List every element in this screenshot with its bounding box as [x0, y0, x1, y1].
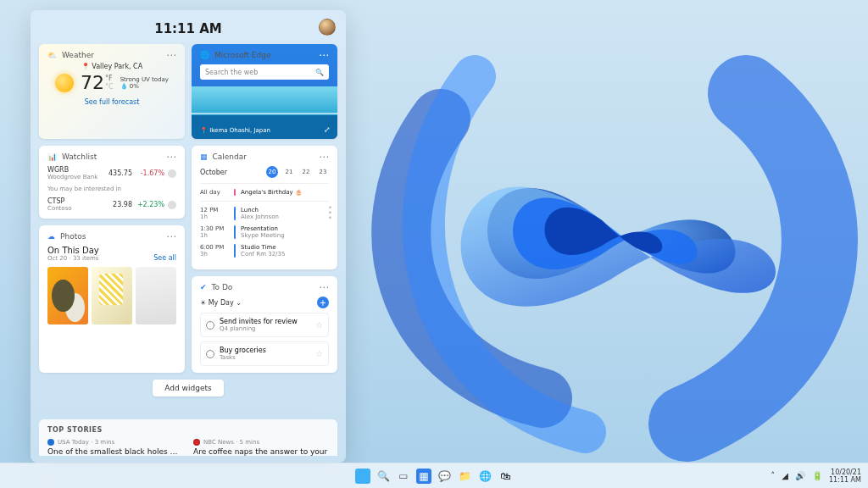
search-placeholder: Search the web — [205, 69, 258, 76]
calendar-event[interactable]: All day Angela's Birthday 🎂 — [200, 189, 329, 196]
battery-icon[interactable]: 🔋 — [812, 471, 822, 480]
checkbox[interactable] — [206, 321, 214, 330]
search-button[interactable]: 🔍 — [376, 469, 391, 484]
user-avatar[interactable] — [319, 19, 336, 36]
sun-icon — [55, 74, 74, 92]
todo-item[interactable]: Buy groceriesTasks ☆ — [200, 341, 329, 366]
todo-list-name[interactable]: My Day — [209, 299, 234, 307]
calendar-icon: ▦ — [200, 152, 208, 161]
photo-thumb[interactable] — [47, 267, 88, 324]
weather-note: Strong UV today — [120, 76, 169, 83]
watchlist-row[interactable]: CTSPContoso 23.98 +2.23% — [47, 197, 176, 212]
forecast-link[interactable]: See full forecast — [47, 98, 176, 106]
edge-icon: 🌐 — [200, 51, 209, 59]
watchlist-title: Watchlist — [62, 152, 97, 161]
photo-thumb[interactable] — [92, 267, 132, 324]
wifi-icon[interactable]: ◢ — [782, 471, 788, 480]
taskbar-clock[interactable]: 10/20/2111:11 AM — [829, 469, 861, 484]
photos-title: Photos — [60, 232, 86, 241]
panel-time: 11:11 AM — [154, 21, 222, 36]
edge-search-input[interactable]: Search the web 🔍 — [200, 64, 329, 80]
task-view-button[interactable]: ▭ — [396, 469, 411, 484]
more-icon[interactable]: ⋯ — [166, 233, 176, 240]
star-icon[interactable]: ☆ — [315, 320, 323, 330]
photo-thumb[interactable] — [136, 267, 176, 324]
story-item[interactable]: NBC News · 5 mins Are coffee naps the an… — [193, 439, 329, 456]
svg-rect-2 — [357, 477, 362, 482]
add-widgets-button[interactable]: Add widgets — [153, 380, 223, 396]
todo-icon: ✔ — [200, 283, 207, 291]
more-icon[interactable]: ⋯ — [166, 153, 176, 160]
svg-rect-1 — [364, 470, 369, 475]
store-button[interactable]: 🛍 — [498, 469, 513, 484]
edge-caption: 📍 Ikema Ohashi, Japan — [200, 127, 270, 134]
todo-widget[interactable]: ✔ To Do ⋯ ☀ My Day ⌄ + Send invites for … — [192, 276, 337, 373]
photos-widget[interactable]: ☁ Photos ⋯ On This Day Oct 20 · 33 items… — [39, 225, 185, 373]
watchlist-row[interactable]: WGRBWoodgrove Bank 435.75 -1.67% — [47, 166, 176, 180]
more-icon[interactable]: ⋯ — [319, 153, 329, 160]
weather-location: Valley Park, CA — [92, 63, 142, 70]
photos-see-all[interactable]: See all — [153, 254, 176, 262]
story-item[interactable]: USA Today · 3 mins One of the smallest b… — [47, 439, 183, 456]
calendar-event[interactable]: 12 PM1h LunchAlex Johnson — [200, 207, 329, 220]
stories-heading: TOP STORIES — [47, 426, 329, 434]
calendar-day[interactable]: 21 — [283, 166, 295, 178]
start-button[interactable] — [355, 469, 370, 484]
calendar-day[interactable]: 20 — [266, 166, 278, 178]
checkbox[interactable] — [206, 350, 214, 358]
widgets-panel: 11:11 AM ⛅ Weather ⋯ 📍 Valley Park, CA 7… — [31, 10, 346, 463]
more-icon[interactable]: ⋯ — [319, 52, 329, 58]
widgets-button[interactable]: ▦ — [416, 469, 431, 484]
spark-icon — [168, 169, 176, 178]
svg-rect-0 — [357, 470, 362, 475]
taskbar: 🔍 ▭ ▦ 💬 📁 🌐 🛍 ˄ ◢ 🔊 🔋 10/20/2111:11 AM — [0, 463, 868, 488]
edge-button[interactable]: 🌐 — [477, 469, 492, 484]
todo-title: To Do — [212, 283, 233, 291]
calendar-event[interactable]: 6:00 PM3h Studio TimeConf Rm 32/35 — [200, 244, 329, 258]
scroll-indicator: ••• — [328, 205, 332, 220]
weather-icon: ⛅ — [47, 51, 57, 59]
source-icon — [193, 439, 200, 446]
photos-icon: ☁ — [47, 232, 55, 241]
calendar-day[interactable]: 23 — [317, 166, 329, 178]
add-task-button[interactable]: + — [317, 297, 329, 308]
source-icon — [47, 439, 54, 446]
explorer-button[interactable]: 📁 — [457, 469, 472, 484]
weather-title: Weather — [62, 51, 94, 59]
edge-image: 📍 Ikema Ohashi, Japan ⤢ — [192, 86, 337, 139]
weather-widget[interactable]: ⛅ Weather ⋯ 📍 Valley Park, CA 72 °F°C St… — [39, 44, 185, 139]
chevron-up-icon[interactable]: ˄ — [771, 471, 775, 480]
watchlist-hint: You may be interested in — [47, 186, 176, 192]
sun-icon: ☀ — [200, 299, 206, 307]
watchlist-widget[interactable]: 📊 Watchlist ⋯ WGRBWoodgrove Bank 435.75 … — [39, 146, 185, 219]
weather-temp: 72 °F°C — [81, 72, 114, 93]
edge-title: Microsoft Edge — [214, 51, 270, 59]
calendar-day[interactable]: 22 — [300, 166, 312, 178]
calendar-widget[interactable]: ▦ Calendar ⋯ October 20 21 22 23 All day… — [192, 146, 337, 269]
edge-widget[interactable]: 🌐 Microsoft Edge ⋯ Search the web 🔍 📍 Ik… — [192, 44, 337, 139]
todo-item[interactable]: Send invites for reviewQ4 planning ☆ — [200, 313, 329, 337]
calendar-title: Calendar — [213, 152, 247, 161]
top-stories: TOP STORIES USA Today · 3 mins One of th… — [39, 419, 337, 456]
more-icon[interactable]: ⋯ — [319, 284, 329, 291]
spark-icon — [168, 201, 176, 209]
chevron-down-icon[interactable]: ⌄ — [234, 299, 242, 307]
search-icon: 🔍 — [315, 69, 324, 76]
precip: 💧 0% — [120, 83, 169, 90]
star-icon[interactable]: ☆ — [315, 349, 323, 358]
calendar-month: October — [200, 169, 227, 176]
watchlist-icon: 📊 — [47, 152, 57, 161]
chat-button[interactable]: 💬 — [437, 469, 452, 484]
svg-rect-3 — [364, 477, 369, 482]
calendar-event[interactable]: 1:30 PM1h PresentationSkype Meeting — [200, 225, 329, 239]
more-icon[interactable]: ⋯ — [166, 52, 176, 58]
volume-icon[interactable]: 🔊 — [795, 471, 805, 480]
location-icon: 📍 — [81, 63, 90, 70]
expand-icon[interactable]: ⤢ — [324, 125, 331, 134]
